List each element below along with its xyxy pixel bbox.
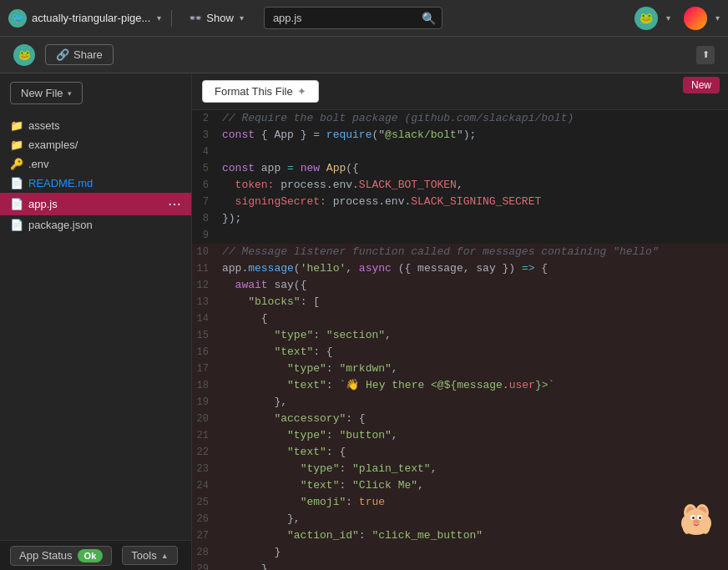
format-button[interactable]: Format This File ✦ <box>202 80 319 103</box>
sidebar-item-env[interactable]: 🔑 .env <box>0 154 191 174</box>
code-line: 3const { App } = require("@slack/bolt"); <box>192 127 728 144</box>
sidebar-top: New File ▾ <box>0 73 191 113</box>
code-line: 22 "text": { <box>192 444 728 461</box>
share-label: Share <box>73 48 103 61</box>
new-badge: New <box>683 77 720 93</box>
editor: Format This File ✦ 2// Require the bolt … <box>192 73 728 570</box>
expand-button[interactable]: ⬆ <box>696 46 715 64</box>
search-input[interactable] <box>264 7 442 29</box>
env-icon: 🔑 <box>10 158 23 170</box>
code-line: 18 "text": `👋 Hey there <@${message.user… <box>192 377 728 394</box>
tools-label: Tools <box>131 549 156 562</box>
code-line: 27 "action_id": "click_me_button" <box>192 527 728 544</box>
secondbar: 🐸 🔗 Share ⬆ <box>0 37 728 73</box>
new-file-button[interactable]: New File ▾ <box>10 82 83 104</box>
file-icon: 📄 <box>10 198 23 210</box>
code-line: 8}); <box>192 210 728 227</box>
code-line: 21 "type": "button", <box>192 427 728 444</box>
share-button[interactable]: 🔗 Share <box>45 44 114 65</box>
svg-point-10 <box>693 520 700 524</box>
secondbar-right: ⬆ <box>696 46 715 64</box>
code-line: 19 }, <box>192 394 728 411</box>
ok-badge: Ok <box>78 549 104 562</box>
tools-chevron-icon: ▲ <box>161 552 169 560</box>
code-line: 16 "text": { <box>192 344 728 361</box>
svg-point-8 <box>692 517 695 519</box>
divider <box>171 10 172 27</box>
code-line: 10// Message listener function called fo… <box>192 244 728 260</box>
code-line: 13 "blocks": [ <box>192 294 728 310</box>
flag-chevron-icon[interactable]: ▾ <box>715 13 720 23</box>
sidebar-item-packagejson[interactable]: 📄 package.json <box>0 215 191 235</box>
svg-point-9 <box>699 517 701 519</box>
code-line: 5const app = new App({ <box>192 160 728 177</box>
show-chevron-icon: ▾ <box>240 13 244 23</box>
code-line: 9 <box>192 227 728 244</box>
code-line: 25 "emoji": true <box>192 494 728 511</box>
search-bar: 🔍 <box>264 7 442 29</box>
main-layout: New File ▾ 📁 assets 📁 examples/ 🔑 .env 📄… <box>0 73 728 570</box>
code-line: 15 "type": "section", <box>192 327 728 344</box>
code-line: 26 }, <box>192 511 728 527</box>
sidebar-item-readme[interactable]: 📄 README.md <box>0 174 191 193</box>
brand-chevron-icon[interactable]: ▾ <box>157 13 161 23</box>
format-label: Format This File <box>215 85 293 98</box>
file-icon: 📄 <box>10 219 23 231</box>
sidebar-items: 📁 assets 📁 examples/ 🔑 .env 📄 README.md … <box>0 113 191 540</box>
search-icon: 🔍 <box>422 12 436 25</box>
sparkle-icon: ✦ <box>297 85 306 98</box>
code-line: 6 token: process.env.SLACK_BOT_TOKEN, <box>192 177 728 194</box>
topbar: 🐦 actually-triangular-pige... ▾ 👓 Show ▾… <box>0 0 728 37</box>
flag-avatar <box>684 7 707 30</box>
code-line: 2// Require the bolt package (github.com… <box>192 110 728 127</box>
app-status[interactable]: App Status Ok <box>10 546 112 566</box>
code-line: 7 signingSecret: process.env.SLACK_SIGNI… <box>192 194 728 210</box>
user-avatar-sm: 🐸 <box>13 44 35 66</box>
code-line: 20 "accessory": { <box>192 411 728 427</box>
new-file-chevron-icon: ▾ <box>68 89 72 98</box>
code-line: 12 await say({ <box>192 277 728 294</box>
brand: 🐦 actually-triangular-pige... ▾ <box>8 9 161 28</box>
glasses-icon: 👓 <box>189 12 202 24</box>
code-line: 24 "text": "Click Me", <box>192 477 728 494</box>
dog-illustration <box>674 494 720 540</box>
code-line: 11app.message('hello', async ({ message,… <box>192 260 728 277</box>
share-icon: 🔗 <box>56 48 69 61</box>
folder-icon: 📁 <box>10 139 23 151</box>
sidebar-item-label: package.json <box>28 219 93 231</box>
statusbar: App Status Ok Tools ▲ <box>0 540 191 570</box>
user-avatar[interactable]: 🐸 <box>634 7 658 30</box>
brand-name: actually-triangular-pige... <box>32 12 150 24</box>
tools-button[interactable]: Tools ▲ <box>122 546 177 565</box>
file-icon: 📄 <box>10 177 23 189</box>
sidebar-item-label: app.js <box>28 198 58 210</box>
item-dots-icon[interactable]: ⋯ <box>168 196 181 212</box>
sidebar-item-examples[interactable]: 📁 examples/ <box>0 135 191 154</box>
code-line: 14 { <box>192 310 728 327</box>
code-area[interactable]: 2// Require the bolt package (github.com… <box>192 110 728 570</box>
code-line: 4 <box>192 144 728 160</box>
code-line: 17 "type": "mrkdwn", <box>192 361 728 377</box>
sidebar-item-label: README.md <box>28 177 93 189</box>
new-file-label: New File <box>21 87 63 99</box>
sidebar-item-label: examples/ <box>28 139 78 151</box>
show-label: Show <box>206 12 234 24</box>
folder-icon: 📁 <box>10 119 23 132</box>
show-button[interactable]: 👓 Show ▾ <box>182 8 250 28</box>
app-status-label: App Status <box>19 549 73 562</box>
code-line: 28 } <box>192 544 728 561</box>
sidebar-item-appjs[interactable]: 📄 app.js ⋯ <box>0 193 191 215</box>
brand-icon: 🐦 <box>8 9 27 28</box>
sidebar-item-label: .env <box>28 158 49 170</box>
sidebar-item-label: assets <box>28 119 60 132</box>
sidebar-item-assets[interactable]: 📁 assets <box>0 116 191 135</box>
avatar-chevron-icon[interactable]: ▾ <box>666 13 670 23</box>
code-line: 23 "type": "plain_text", <box>192 461 728 477</box>
sidebar: New File ▾ 📁 assets 📁 examples/ 🔑 .env 📄… <box>0 73 192 570</box>
format-bar: Format This File ✦ <box>192 73 728 110</box>
code-line: 29 } <box>192 561 728 570</box>
